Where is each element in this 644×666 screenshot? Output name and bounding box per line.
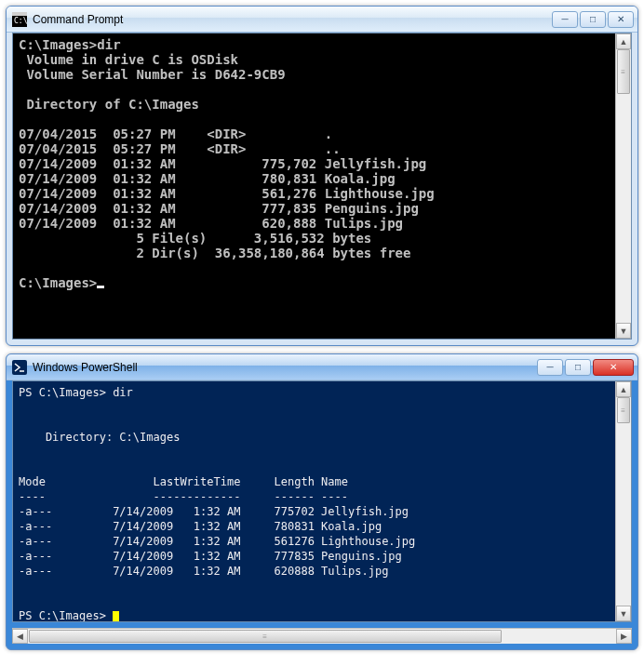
- cmd-line: Directory of C:\Images: [19, 97, 199, 112]
- scroll-thumb[interactable]: ≡: [617, 397, 630, 423]
- scroll-thumb[interactable]: ≡: [617, 49, 630, 94]
- cmd-window-controls: ─ □ ✕: [550, 11, 634, 28]
- close-button[interactable]: ✕: [593, 359, 634, 376]
- ps-row: -a--- 7/14/2009 1:32 AM 620888 Tulips.jp…: [19, 565, 388, 578]
- scroll-down-button[interactable]: ▼: [616, 323, 631, 339]
- minimize-button[interactable]: ─: [552, 11, 578, 28]
- scroll-left-button[interactable]: ◀: [12, 629, 28, 644]
- minimize-button[interactable]: ─: [537, 359, 563, 376]
- cmd-line: C:\Images>dir: [19, 37, 121, 52]
- ps-row: -a--- 7/14/2009 1:32 AM 775702 Jellyfish…: [19, 505, 409, 518]
- scroll-up-button[interactable]: ▲: [616, 381, 631, 397]
- cmd-title: Command Prompt: [33, 13, 550, 26]
- ps-line: PS C:\Images> dir: [19, 386, 133, 399]
- cmd-row: 07/04/2015 05:27 PM <DIR> .: [19, 127, 332, 141]
- scroll-right-button[interactable]: ▶: [616, 629, 632, 644]
- ps-cursor: [113, 611, 119, 621]
- maximize-button[interactable]: □: [580, 11, 606, 28]
- maximize-button[interactable]: □: [565, 359, 591, 376]
- cmd-prompt: C:\Images>: [19, 275, 97, 290]
- cmd-vertical-scrollbar[interactable]: ▲ ≡ ▼: [615, 33, 631, 339]
- ps-titlebar[interactable]: Windows PowerShell ─ □ ✕: [7, 354, 637, 380]
- ps-horizontal-scrollbar[interactable]: ◀ ≡ ▶: [12, 628, 632, 644]
- cmd-icon: C:\: [12, 12, 27, 27]
- scroll-track[interactable]: ≡: [616, 397, 631, 606]
- ps-header-line: ---- ------------- ------ ----: [19, 490, 348, 503]
- ps-row: -a--- 7/14/2009 1:32 AM 561276 Lighthous…: [19, 535, 415, 548]
- svg-text:C:\: C:\: [14, 17, 27, 25]
- scroll-thumb[interactable]: ≡: [29, 630, 502, 643]
- cmd-row: 07/14/2009 01:32 AM 780,831 Koala.jpg: [19, 171, 396, 186]
- cmd-line: Volume in drive C is OSDisk: [19, 52, 238, 67]
- cmd-row: 07/14/2009 01:32 AM 777,835 Penguins.jpg: [19, 201, 419, 216]
- close-button[interactable]: ✕: [608, 11, 634, 28]
- ps-row: -a--- 7/14/2009 1:32 AM 780831 Koala.jpg: [19, 520, 382, 533]
- ps-row: -a--- 7/14/2009 1:32 AM 777835 Penguins.…: [19, 550, 402, 563]
- cmd-row: 07/14/2009 01:32 AM 775,702 Jellyfish.jp…: [19, 156, 426, 171]
- cmd-line: 5 File(s) 3,516,532 bytes: [19, 231, 371, 246]
- scroll-up-button[interactable]: ▲: [616, 33, 631, 49]
- ps-prompt: PS C:\Images>: [19, 609, 113, 621]
- svg-rect-1: [12, 12, 27, 16]
- ps-line: Directory: C:\Images: [19, 431, 180, 444]
- cmd-line: 2 Dir(s) 36,358,180,864 bytes free: [19, 246, 410, 260]
- scroll-track[interactable]: ≡: [616, 49, 631, 323]
- cmd-row: 07/04/2015 05:27 PM <DIR> ..: [19, 141, 341, 156]
- ps-console[interactable]: PS C:\Images> dir Directory: C:\Images M…: [13, 381, 615, 621]
- cmd-client-area: C:\Images>dir Volume in drive C is OSDis…: [12, 33, 632, 340]
- ps-title: Windows PowerShell: [33, 361, 535, 374]
- ps-header: Mode LastWriteTime Length Name: [19, 475, 348, 488]
- cmd-titlebar[interactable]: C:\ Command Prompt ─ □ ✕: [7, 7, 637, 33]
- ps-window-controls: ─ □ ✕: [535, 359, 634, 376]
- cmd-console[interactable]: C:\Images>dir Volume in drive C is OSDis…: [13, 33, 615, 339]
- powershell-window: Windows PowerShell ─ □ ✕ PS C:\Images> d…: [6, 353, 638, 650]
- ps-vertical-scrollbar[interactable]: ▲ ≡ ▼: [615, 381, 631, 621]
- cmd-row: 07/14/2009 01:32 AM 620,888 Tulips.jpg: [19, 216, 403, 231]
- ps-client-area: PS C:\Images> dir Directory: C:\Images M…: [12, 380, 632, 622]
- cmd-row: 07/14/2009 01:32 AM 561,276 Lighthouse.j…: [19, 186, 435, 201]
- powershell-icon: [12, 360, 27, 375]
- scroll-down-button[interactable]: ▼: [616, 606, 631, 621]
- command-prompt-window: C:\ Command Prompt ─ □ ✕ C:\Images>dir V…: [6, 6, 638, 346]
- cmd-cursor: [97, 286, 104, 288]
- cmd-line: Volume Serial Number is D642-9CB9: [19, 67, 286, 82]
